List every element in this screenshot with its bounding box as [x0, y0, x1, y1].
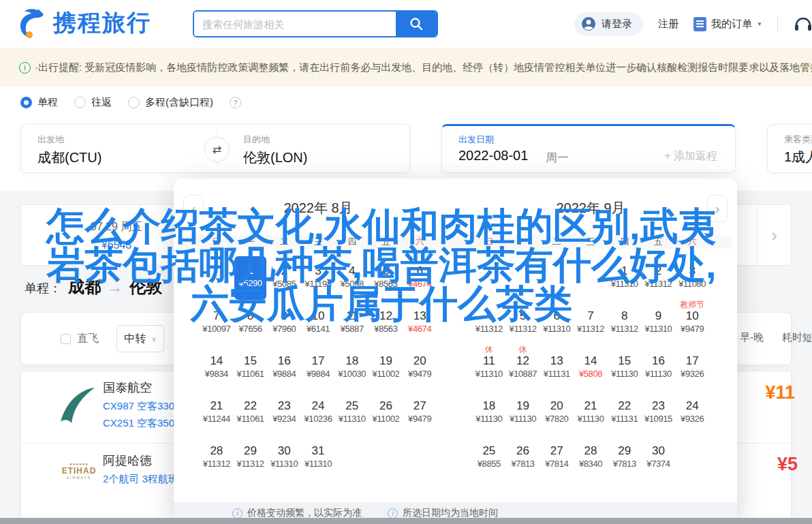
notice-info-icon: i [19, 62, 31, 74]
calendar-day-cell[interactable]: 6¥4674 [403, 255, 437, 300]
calendar-day-cell[interactable]: 29¥7813 [608, 435, 642, 480]
login-button[interactable]: 请登录 [574, 12, 643, 36]
calendar-day-cell[interactable]: 20¥7820 [540, 390, 574, 435]
calendar-day-cell[interactable]: 27¥9479 [403, 390, 437, 435]
radio-one-way[interactable]: 单程 [20, 96, 58, 109]
calendar-day-cell[interactable]: 21¥11244 [200, 390, 234, 435]
calendar-day-cell[interactable]: 13¥11131 [540, 345, 574, 390]
calendar-day-cell[interactable]: 16¥11130 [642, 345, 676, 390]
calendar-day-cell[interactable]: 29¥11312 [234, 435, 268, 480]
calendar-day-cell[interactable]: 3¥11080 [675, 255, 709, 300]
origin-field[interactable]: 出发地 成都(CTU) [37, 134, 102, 167]
direct-flight-filter[interactable]: 直飞 [61, 332, 99, 346]
weekday-label: 五 [369, 235, 403, 249]
sort-by-duration[interactable]: 耗时短 [782, 331, 812, 344]
calendar-day-cell[interactable]: 26¥7813 [506, 435, 540, 480]
calendar-day-cell[interactable]: 3¥11198 [301, 255, 335, 300]
calendar-day-cell[interactable]: 8¥7656 [234, 300, 268, 345]
origin-city: 成都 [68, 276, 101, 298]
calendar-next-month-button[interactable]: › [707, 195, 728, 222]
calendar-day-cell[interactable]: 13¥4674 [403, 300, 437, 345]
my-orders-menu[interactable]: 我的订单 ▼ [693, 17, 762, 31]
calendar-day-cell[interactable]: 25¥11310 [335, 390, 369, 435]
calendar-day-cell[interactable]: 25¥8855 [472, 435, 506, 480]
calendar-day-cell[interactable]: 7¥11312 [574, 300, 608, 345]
day-price: ¥7813 [506, 459, 540, 469]
swap-cities-button[interactable]: ⇄ [204, 137, 230, 162]
calendar-day-cell-selected[interactable]: 1¥5290 [234, 256, 267, 300]
user-avatar-icon [581, 16, 596, 31]
calendar-day-cell[interactable]: 4¥5098 [335, 255, 369, 300]
calendar-day-cell[interactable]: 休11¥11310 [472, 345, 506, 390]
calendar-day-cell[interactable]: 19¥11002 [369, 345, 403, 390]
radio-round-trip[interactable]: 往返 [74, 96, 112, 109]
day-price: ¥5887 [335, 324, 369, 334]
search-input[interactable] [194, 12, 396, 36]
destination-field[interactable]: 目的地 伦敦(LON) [243, 134, 307, 167]
calendar-day-cell[interactable]: 2¥5085 [267, 255, 301, 300]
calendar-day-cell[interactable]: 18¥11130 [472, 390, 506, 435]
calendar-day-cell[interactable]: 7¥10097 [200, 300, 234, 345]
date-strip-item[interactable]: 07.29 周五 ¥6543 [62, 220, 171, 251]
calendar-day-cell[interactable]: 22¥11131 [608, 390, 642, 435]
calendar-day-cell[interactable]: 26¥11002 [369, 390, 403, 435]
calendar-day-cell[interactable]: 6¥11310 [540, 300, 574, 345]
calendar-day-cell[interactable]: 14¥5808 [574, 345, 608, 390]
flight-count-link[interactable]: 2个航司 3程航班 [103, 473, 178, 486]
calendar-day-cell[interactable]: 19¥11130 [506, 390, 540, 435]
holiday-badge: 教师节 [675, 299, 709, 311]
calendar-day-cell[interactable]: 5¥11312 [506, 300, 540, 345]
calendar-day-cell[interactable]: 20¥9479 [403, 345, 437, 390]
calendar-day-cell[interactable]: 17¥9326 [675, 345, 709, 390]
departure-date-card[interactable]: 出发日期 2022-08-01 周一 + 添加返程 [441, 124, 736, 173]
calendar-day-cell[interactable]: 28¥8340 [574, 435, 608, 480]
calendar-day-cell[interactable]: 18¥10030 [335, 345, 369, 390]
day-price: ¥11244 [200, 414, 234, 424]
calendar-day-cell[interactable]: 24¥10236 [301, 390, 335, 435]
calendar-day-cell[interactable]: 22¥11061 [234, 390, 268, 435]
calendar-day-cell[interactable]: 31¥11310 [301, 435, 335, 480]
day-price: ¥11080 [675, 279, 709, 289]
day-price: ¥7656 [234, 324, 268, 334]
radio-multi-city[interactable]: 多程(含缺口程) [128, 96, 213, 109]
day-price: ¥11130 [472, 414, 506, 424]
day-number: 27 [403, 390, 437, 413]
calendar-day-cell[interactable]: 12¥8563 [369, 300, 403, 345]
calendar-day-cell[interactable]: 9¥7960 [267, 300, 301, 345]
calendar-day-cell[interactable]: 24¥9326 [675, 390, 709, 435]
transfer-dropdown[interactable]: 中转 ∨ [116, 325, 164, 352]
customer-service-icon[interactable] [793, 14, 812, 34]
calendar-day-cell[interactable]: 17¥9884 [301, 345, 335, 390]
calendar-day-cell[interactable]: 21¥11130 [574, 390, 608, 435]
calendar-day-cell[interactable]: 15¥11061 [234, 345, 268, 390]
calendar-day-cell[interactable]: 10¥6141 [301, 300, 335, 345]
day-number: 2 [642, 255, 676, 278]
add-return-button[interactable]: + 添加返程 [664, 149, 717, 164]
calendar-day-cell[interactable]: 16¥9884 [267, 345, 301, 390]
calendar-day-cell[interactable]: 30¥11310 [267, 435, 301, 480]
calendar-day-cell[interactable]: 30¥7374 [642, 435, 676, 480]
calendar-day-cell[interactable]: 5¥8563 [369, 255, 403, 300]
calendar-day-cell[interactable]: 14¥9834 [200, 345, 234, 390]
calendar-day-cell[interactable]: 4¥11312 [472, 300, 506, 345]
day-number: 4 [335, 255, 369, 278]
search-button[interactable] [396, 12, 437, 36]
calendar-day-cell[interactable]: 9¥11310 [642, 300, 676, 345]
calendar-day-cell[interactable]: 8¥11312 [608, 300, 642, 345]
help-icon[interactable]: ? [230, 97, 241, 108]
strip-next-arrow[interactable]: › [757, 205, 791, 265]
calendar-day-cell[interactable]: 28¥11312 [200, 435, 234, 480]
calendar-day-cell[interactable]: 15¥11130 [608, 345, 642, 390]
calendar-day-cell[interactable]: 教师节10¥9479 [675, 300, 709, 345]
calendar-day-cell[interactable]: 2¥11312 [642, 255, 676, 300]
passenger-type-card[interactable]: 乘客类型 1成人 [767, 124, 812, 173]
calendar-day-cell[interactable]: 23¥9234 [267, 390, 301, 435]
calendar-day-cell[interactable]: 休12¥10887 [506, 345, 540, 390]
calendar-day-cell[interactable]: 1¥11310 [608, 255, 642, 300]
sort-by-time[interactable]: 早-晚 [740, 331, 764, 344]
calendar-day-cell[interactable]: 27¥7814 [540, 435, 574, 480]
ctrip-logo[interactable]: 携程旅行 [18, 7, 151, 39]
calendar-day-cell[interactable]: 11¥5887 [335, 300, 369, 345]
register-link[interactable]: 注册 [658, 18, 678, 31]
calendar-day-cell[interactable]: 23¥10915 [642, 390, 676, 435]
